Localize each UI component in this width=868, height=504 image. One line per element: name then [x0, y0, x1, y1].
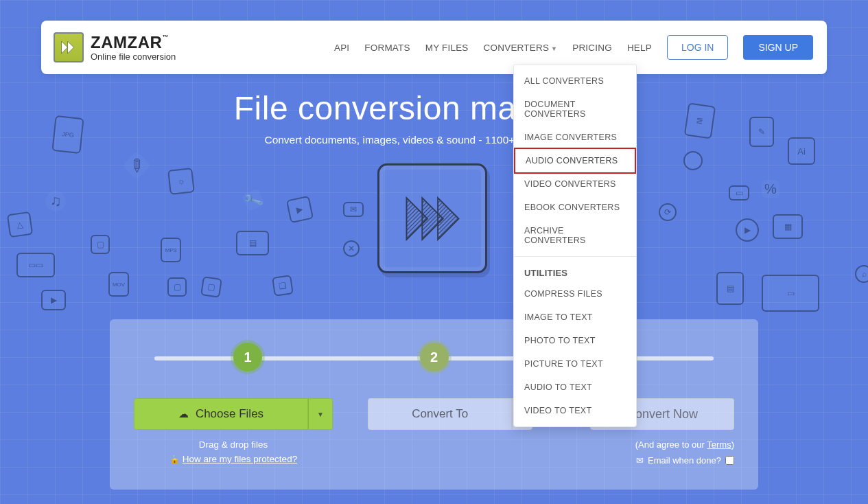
steps: 1 2 3 — [134, 340, 734, 374]
doodle-wrench: 🔧 — [242, 188, 266, 212]
doodle-image: ▦ — [773, 214, 803, 239]
dropdown-util-compress[interactable]: COMPRESS FILES — [514, 282, 636, 306]
convert-now-label: Convert Now — [626, 407, 698, 422]
doodle-box2: ▢ — [91, 235, 110, 254]
dropdown-item-all[interactable]: ALL CONVERTERS — [514, 69, 636, 93]
brand-tm: ™ — [162, 34, 169, 41]
hero-title: File conversion made easy — [0, 89, 868, 127]
nav-api[interactable]: API — [334, 43, 349, 53]
nav-formats[interactable]: FORMATS — [364, 43, 410, 53]
step-1: 1 — [233, 343, 262, 371]
doodle-gear: ☼ — [167, 168, 195, 195]
files-protected-link[interactable]: How are my files protected? — [183, 454, 297, 464]
doodle-triangle: △ — [7, 211, 33, 238]
logo[interactable]: ZAMZAR™ Online file conversion — [54, 32, 176, 62]
dropdown-item-document[interactable]: DOCUMENT CONVERTERS — [514, 93, 636, 126]
choose-files-label: Choose Files — [196, 407, 263, 421]
chevron-down-icon: ▼ — [551, 45, 557, 52]
email-when-done-checkbox[interactable] — [725, 456, 734, 465]
dropdown-item-audio[interactable]: AUDIO CONVERTERS — [514, 148, 636, 174]
choose-files-button[interactable]: ☁ Choose Files — [134, 398, 308, 430]
dropdown-util-photo-text[interactable]: PHOTO TO TEXT — [514, 329, 636, 352]
doodle-mail: ✉ — [343, 202, 364, 217]
dropdown-item-archive[interactable]: ARCHIVE CONVERTERS — [514, 219, 636, 252]
doodle-link: % — [762, 180, 779, 198]
agree-suffix: ) — [731, 439, 734, 450]
logo-mark — [54, 32, 84, 62]
doodle-arrows: ⟳ — [659, 203, 677, 221]
convert-to-label: Convert To — [412, 407, 468, 421]
doodle-pencil: ✎ — [122, 151, 151, 180]
step-2: 2 — [420, 343, 449, 371]
converters-dropdown: ALL CONVERTERS DOCUMENT CONVERTERS IMAGE… — [513, 65, 637, 427]
brand-name: ZAMZAR — [91, 33, 162, 51]
doodle-circle1 — [683, 151, 703, 170]
signup-button[interactable]: SIGN UP — [743, 35, 813, 60]
doodle-box3: ▢ — [200, 276, 222, 298]
drag-drop-hint: Drag & drop files — [134, 439, 333, 450]
doodle-film: ▤ — [236, 231, 269, 255]
hero-subtitle: Convert documents, images, videos & soun… — [0, 134, 868, 146]
mail-icon: ✉ — [636, 455, 644, 466]
doodle-laptop: ▭ — [762, 275, 819, 312]
nav: API FORMATS MY FILES CONVERTERS▼ PRICING… — [334, 35, 813, 60]
dropdown-item-image[interactable]: IMAGE CONVERTERS — [514, 126, 636, 149]
doodle-mail2: ▭ — [729, 185, 749, 201]
doodle-mov: MOV — [108, 272, 129, 297]
doodle-magnifier: ⌕ — [855, 265, 868, 283]
dropdown-divider — [514, 256, 636, 257]
doodle-music-note: ♫ — [45, 191, 66, 211]
doodle-clipboard: ▤ — [716, 272, 744, 305]
dropdown-util-audio-text[interactable]: AUDIO TO TEXT — [514, 376, 636, 399]
doodle-mp3: MP3 — [161, 238, 181, 262]
header: ZAMZAR™ Online file conversion API FORMA… — [41, 21, 827, 74]
dropdown-item-video[interactable]: VIDEO CONVERTERS — [514, 172, 636, 196]
nav-help[interactable]: HELP — [627, 43, 652, 53]
dropdown-utilities-title: UTILITIES — [514, 261, 636, 282]
doodle-box4: ❏ — [272, 275, 294, 297]
agree-prefix: (And agree to our — [635, 439, 707, 450]
lock-icon: 🔒 — [169, 455, 180, 464]
doodle-play3: ▶ — [736, 218, 759, 242]
dropdown-util-picture-text[interactable]: PICTURE TO TEXT — [514, 352, 636, 376]
doodle-box1: ▢ — [167, 277, 187, 297]
dropdown-util-video-text[interactable]: VIDEO TO TEXT — [514, 399, 636, 422]
brand-tagline: Online file conversion — [91, 52, 176, 61]
nav-converters[interactable]: CONVERTERS▼ — [484, 43, 558, 53]
chevron-down-icon: ▼ — [317, 411, 324, 418]
dropdown-util-image-text[interactable]: IMAGE TO TEXT — [514, 306, 636, 329]
doodle-play-small: ▶ — [286, 196, 314, 223]
doodle-cassette: ▭▭ — [16, 253, 55, 277]
conversion-panel: 1 2 3 ☁ Choose Files ▼ Drag & drop files… — [110, 319, 758, 490]
doodle-play2: ▶ — [41, 290, 66, 310]
hero: File conversion made easy Convert docume… — [0, 89, 868, 146]
doodle-x: ✕ — [343, 240, 360, 257]
email-when-done-label: Email when done? — [648, 455, 721, 466]
terms-link[interactable]: Terms — [707, 439, 731, 450]
nav-myfiles[interactable]: MY FILES — [425, 43, 469, 53]
login-button[interactable]: LOG IN — [667, 35, 728, 60]
dropdown-item-ebook[interactable]: EBOOK CONVERTERS — [514, 196, 636, 219]
convert-to-select[interactable]: Convert To — [368, 398, 512, 430]
nav-pricing[interactable]: PRICING — [572, 43, 612, 53]
hero-logo-mark — [377, 163, 487, 273]
upload-icon: ☁ — [178, 408, 189, 420]
choose-files-dropdown[interactable]: ▼ — [308, 398, 333, 430]
